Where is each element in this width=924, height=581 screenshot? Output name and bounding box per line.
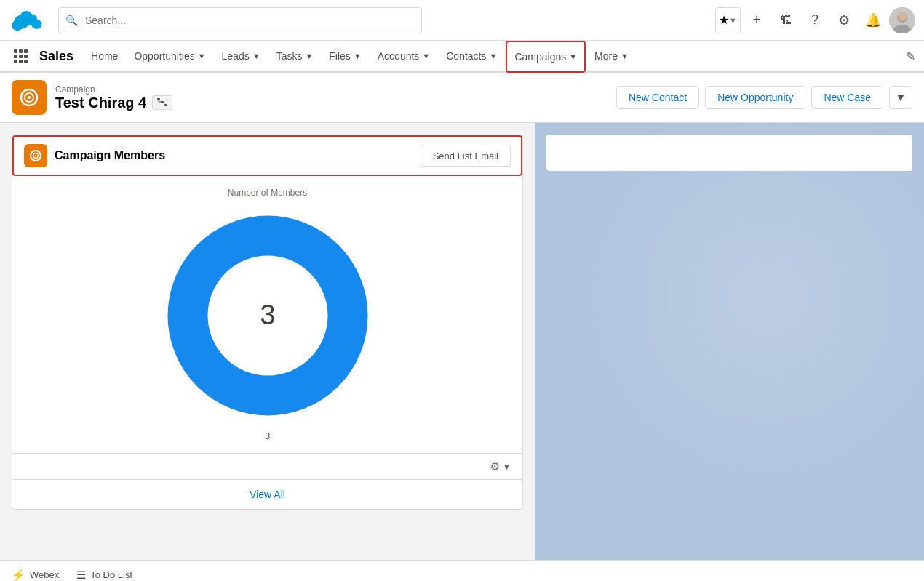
page-label: Campaign [55, 84, 172, 95]
new-case-button[interactable]: New Case [811, 86, 883, 109]
svg-rect-23 [164, 104, 167, 106]
notifications-icon[interactable]: 🔔 [860, 7, 886, 33]
nav-label-contacts: Contacts [446, 50, 486, 62]
app-launcher-button[interactable] [9, 44, 32, 68]
svg-point-8 [898, 12, 907, 21]
chevron-down-icon: ▼ [305, 52, 313, 60]
lightning-icon: ⚡ [12, 569, 25, 582]
todo-list-button[interactable]: ☰ To Do List [76, 569, 132, 582]
hierarchy-button[interactable] [152, 95, 172, 110]
svg-point-2 [31, 19, 41, 28]
nav-bar: Sales Home Opportunities ▼ Leads ▼ Tasks… [0, 41, 924, 73]
webex-label: Webex [30, 569, 59, 580]
svg-rect-16 [19, 60, 23, 63]
nav-item-tasks[interactable]: Tasks ▼ [269, 41, 321, 73]
campaign-members-card: Campaign Members Send List Email Number … [12, 135, 523, 510]
chevron-down-icon: ▼ [569, 52, 577, 61]
svg-rect-10 [19, 49, 23, 53]
star-icon: ★ [719, 13, 729, 27]
page-title-row: Test Chirag 4 [55, 95, 172, 111]
page-header: Campaign Test Chirag 4 New Contact New O… [0, 73, 924, 123]
right-panel [535, 123, 924, 560]
svg-point-29 [35, 155, 36, 156]
view-all-link[interactable]: View All [12, 479, 522, 509]
list-icon: ☰ [76, 569, 86, 582]
chevron-down-icon: ▼ [729, 16, 737, 25]
donut-count: 3 [265, 430, 270, 441]
help-icon[interactable]: ? [802, 7, 828, 33]
card-title: Campaign Members [55, 149, 165, 162]
chevron-down-icon: ▼ [490, 52, 498, 60]
search-icon: 🔍 [65, 15, 78, 26]
svg-point-20 [28, 96, 31, 99]
header-actions: ★ ▼ + 🏗 ? ⚙ 🔔 [715, 7, 915, 33]
svg-rect-15 [14, 60, 17, 63]
page-header-info: Campaign Test Chirag 4 [55, 84, 172, 111]
donut-chart: 3 [24, 207, 511, 425]
top-header: 🔍 ★ ▼ + 🏗 ? ⚙ 🔔 [0, 0, 924, 41]
todo-label: To Do List [90, 569, 132, 580]
nav-item-accounts[interactable]: Accounts ▼ [370, 41, 437, 73]
send-list-email-button[interactable]: Send List Email [421, 145, 511, 167]
actions-dropdown-button[interactable]: ▼ [889, 86, 912, 109]
nav-label-home: Home [91, 50, 118, 62]
chart-settings-button[interactable]: ⚙ [490, 460, 500, 473]
svg-rect-11 [24, 49, 28, 53]
chevron-down-icon: ▼ [422, 52, 430, 60]
settings-icon[interactable]: ⚙ [831, 7, 857, 33]
page-header-actions: New Contact New Opportunity New Case ▼ [616, 86, 912, 109]
salesforce-logo[interactable] [9, 8, 44, 33]
left-panel: Campaign Members Send List Email Number … [0, 123, 535, 560]
webex-button[interactable]: ⚡ Webex [12, 569, 59, 582]
right-panel-card [546, 135, 912, 171]
svg-rect-14 [24, 55, 28, 58]
page-title: Test Chirag 4 [55, 95, 146, 111]
chart-gear-area: ⚙ ▼ [12, 453, 522, 479]
chevron-down-icon: ▼ [621, 52, 629, 60]
nav-label-campaigns: Campaigns [514, 51, 566, 63]
avatar[interactable] [889, 7, 915, 33]
main-content: Campaign Members Send List Email Number … [0, 123, 924, 560]
search-bar: 🔍 [58, 7, 422, 33]
nav-label-files: Files [329, 50, 351, 62]
nav-label-tasks: Tasks [276, 50, 303, 62]
svg-point-3 [12, 20, 23, 30]
nav-item-leads[interactable]: Leads ▼ [215, 41, 268, 73]
svg-rect-13 [19, 55, 23, 58]
salesforce-shield-icon[interactable]: 🏗 [773, 7, 799, 33]
campaign-icon [12, 80, 47, 115]
svg-point-4 [20, 10, 32, 20]
nav-edit-button[interactable]: ✎ [906, 49, 915, 63]
nav-label-more: More [594, 50, 618, 62]
chevron-down-icon: ▼ [354, 52, 362, 60]
bottom-bar: ⚡ Webex ☰ To Do List [0, 560, 924, 581]
nav-item-contacts[interactable]: Contacts ▼ [439, 41, 504, 73]
add-button[interactable]: + [744, 7, 770, 33]
nav-item-campaigns[interactable]: Campaigns ▼ [506, 41, 586, 73]
chart-title: Number of Members [24, 188, 511, 198]
app-name: Sales [39, 49, 73, 64]
page-header-left: Campaign Test Chirag 4 [12, 80, 172, 115]
nav-label-leads: Leads [222, 50, 250, 62]
donut-bottom-label: 3 [24, 430, 511, 441]
nav-item-files[interactable]: Files ▼ [322, 41, 368, 73]
nav-item-opportunities[interactable]: Opportunities ▼ [127, 41, 212, 73]
chevron-down-icon: ▼ [252, 52, 260, 60]
svg-rect-12 [14, 55, 17, 58]
nav-item-more[interactable]: More ▼ [587, 41, 636, 73]
search-input[interactable] [58, 7, 422, 33]
campaign-members-icon [24, 144, 47, 167]
svg-rect-9 [14, 49, 17, 53]
new-contact-button[interactable]: New Contact [616, 86, 699, 109]
favorites-button[interactable]: ★ ▼ [715, 7, 741, 33]
nav-label-opportunities: Opportunities [134, 50, 194, 62]
chart-area: Number of Members 3 3 [12, 176, 522, 453]
svg-text:3: 3 [260, 300, 275, 330]
chart-dropdown-icon: ▼ [503, 462, 511, 471]
card-header-left: Campaign Members [24, 144, 165, 167]
svg-rect-21 [157, 98, 160, 100]
nav-item-home[interactable]: Home [84, 41, 125, 73]
new-opportunity-button[interactable]: New Opportunity [705, 86, 805, 109]
svg-rect-17 [24, 60, 28, 63]
nav-label-accounts: Accounts [378, 50, 420, 62]
